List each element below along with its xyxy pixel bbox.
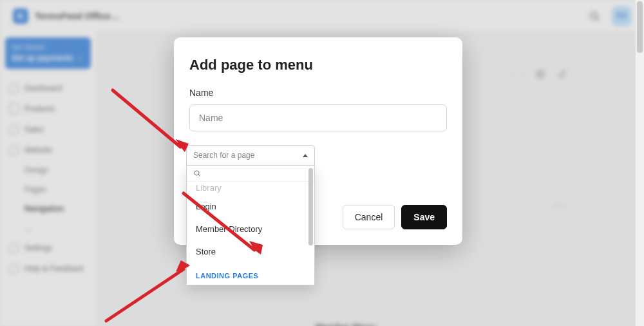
modal-title: Add page to menu [189, 57, 447, 73]
dropdown-scrollbar[interactable] [308, 168, 313, 245]
page-search-dropdown: Search for a page Library Login Member D… [186, 145, 315, 285]
dropdown-option-store[interactable]: Store [187, 240, 314, 263]
name-label: Name [189, 88, 447, 98]
svg-point-3 [194, 171, 199, 175]
dropdown-group-landing-pages: LANDING PAGES [187, 263, 314, 285]
cancel-button[interactable]: Cancel [343, 205, 395, 229]
dropdown-placeholder: Search for a page [193, 151, 254, 160]
save-button[interactable]: Save [401, 205, 447, 229]
svg-line-4 [198, 175, 200, 176]
chevron-up-icon [303, 154, 308, 157]
scrollbar-thumb[interactable] [637, 1, 643, 53]
dropdown-panel: Library Login Member Directory Store LAN… [186, 166, 315, 285]
dropdown-trigger[interactable]: Search for a page [186, 145, 315, 166]
scrollbar[interactable] [635, 0, 644, 326]
dropdown-search-row[interactable] [187, 166, 314, 182]
dropdown-option-login[interactable]: Login [187, 195, 314, 218]
dropdown-option-member-directory[interactable]: Member Directory [187, 218, 314, 240]
name-input[interactable] [189, 104, 447, 131]
dropdown-option-library[interactable]: Library [187, 182, 314, 195]
search-icon [193, 169, 201, 177]
